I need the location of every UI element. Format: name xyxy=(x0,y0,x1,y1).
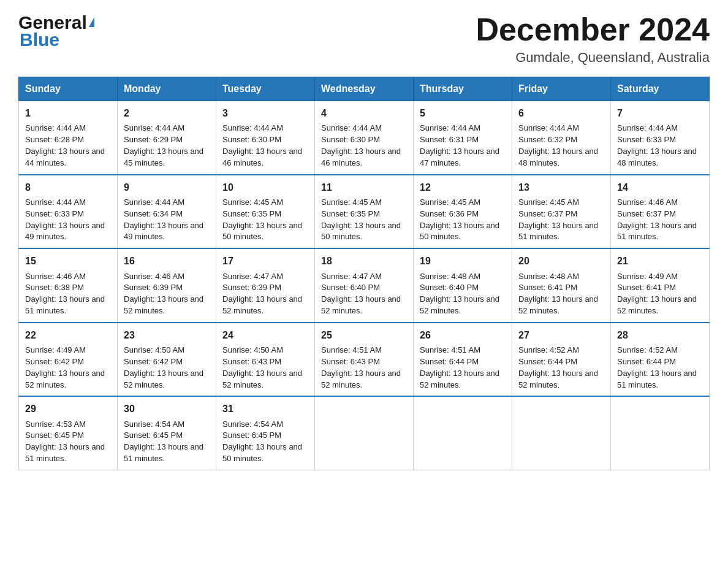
table-row: 28Sunrise: 4:52 AMSunset: 6:44 PMDayligh… xyxy=(611,323,710,397)
daylight-text: Daylight: 13 hours and 49 minutes. xyxy=(124,221,203,242)
table-row: 19Sunrise: 4:48 AMSunset: 6:40 PMDayligh… xyxy=(414,248,512,323)
table-row: 23Sunrise: 4:50 AMSunset: 6:42 PMDayligh… xyxy=(118,323,216,397)
table-row: 17Sunrise: 4:47 AMSunset: 6:39 PMDayligh… xyxy=(216,248,315,323)
sunrise-text: Sunrise: 4:54 AM xyxy=(124,419,184,429)
daylight-text: Daylight: 13 hours and 51 minutes. xyxy=(518,221,598,242)
table-row: 24Sunrise: 4:50 AMSunset: 6:43 PMDayligh… xyxy=(216,323,315,397)
sunset-text: Sunset: 6:45 PM xyxy=(222,431,281,440)
sunset-text: Sunset: 6:40 PM xyxy=(420,283,479,292)
sunset-text: Sunset: 6:29 PM xyxy=(124,135,183,144)
day-number: 19 xyxy=(420,254,506,268)
daylight-text: Daylight: 13 hours and 51 minutes. xyxy=(617,369,697,389)
day-number: 26 xyxy=(420,328,506,342)
day-number: 28 xyxy=(617,328,703,342)
sunset-text: Sunset: 6:40 PM xyxy=(321,283,380,292)
sunrise-text: Sunrise: 4:53 AM xyxy=(25,419,86,429)
day-number: 14 xyxy=(617,180,703,194)
daylight-text: Daylight: 13 hours and 52 minutes. xyxy=(518,369,598,389)
sunset-text: Sunset: 6:42 PM xyxy=(124,357,183,366)
title-area: December 2024 Gumdale, Queensland, Austr… xyxy=(476,12,710,66)
calendar-week-5: 29Sunrise: 4:53 AMSunset: 6:45 PMDayligh… xyxy=(19,396,710,470)
table-row: 2Sunrise: 4:44 AMSunset: 6:29 PMDaylight… xyxy=(118,101,216,175)
calendar-week-3: 15Sunrise: 4:46 AMSunset: 6:38 PMDayligh… xyxy=(19,248,710,323)
sunrise-text: Sunrise: 4:52 AM xyxy=(617,345,678,354)
month-title: December 2024 xyxy=(476,12,710,47)
sunset-text: Sunset: 6:45 PM xyxy=(124,431,183,440)
sunrise-text: Sunrise: 4:52 AM xyxy=(518,345,579,354)
table-row: 3Sunrise: 4:44 AMSunset: 6:30 PMDaylight… xyxy=(216,101,315,175)
table-row: 8Sunrise: 4:44 AMSunset: 6:33 PMDaylight… xyxy=(19,175,118,249)
sunrise-text: Sunrise: 4:44 AM xyxy=(518,123,579,132)
sunset-text: Sunset: 6:39 PM xyxy=(222,283,281,292)
sunset-text: Sunset: 6:38 PM xyxy=(25,283,84,292)
day-number: 29 xyxy=(25,402,111,416)
table-row xyxy=(315,396,414,470)
table-row xyxy=(611,396,710,470)
header-friday: Friday xyxy=(512,77,611,101)
table-row: 14Sunrise: 4:46 AMSunset: 6:37 PMDayligh… xyxy=(611,175,710,249)
daylight-text: Daylight: 13 hours and 51 minutes. xyxy=(25,294,105,315)
daylight-text: Daylight: 13 hours and 52 minutes. xyxy=(222,369,302,389)
sunrise-text: Sunrise: 4:44 AM xyxy=(124,197,184,207)
table-row: 30Sunrise: 4:54 AMSunset: 6:45 PMDayligh… xyxy=(118,396,216,470)
header-monday: Monday xyxy=(118,77,216,101)
sunset-text: Sunset: 6:35 PM xyxy=(222,209,281,218)
table-row: 26Sunrise: 4:51 AMSunset: 6:44 PMDayligh… xyxy=(414,323,512,397)
day-number: 30 xyxy=(124,402,210,416)
sunrise-text: Sunrise: 4:46 AM xyxy=(617,197,678,207)
table-row: 22Sunrise: 4:49 AMSunset: 6:42 PMDayligh… xyxy=(19,323,118,397)
day-number: 8 xyxy=(25,180,111,194)
logo-blue: Blue xyxy=(20,29,59,50)
table-row xyxy=(512,396,611,470)
table-row: 18Sunrise: 4:47 AMSunset: 6:40 PMDayligh… xyxy=(315,248,414,323)
daylight-text: Daylight: 13 hours and 52 minutes. xyxy=(321,369,401,389)
day-number: 27 xyxy=(518,328,604,342)
daylight-text: Daylight: 13 hours and 50 minutes. xyxy=(420,221,499,242)
sunrise-text: Sunrise: 4:44 AM xyxy=(124,123,184,132)
sunrise-text: Sunrise: 4:45 AM xyxy=(518,197,579,207)
sunrise-text: Sunrise: 4:45 AM xyxy=(420,197,480,207)
header-wednesday: Wednesday xyxy=(315,77,414,101)
sunrise-text: Sunrise: 4:49 AM xyxy=(25,345,86,354)
sunrise-text: Sunrise: 4:47 AM xyxy=(222,272,283,281)
table-row: 4Sunrise: 4:44 AMSunset: 6:30 PMDaylight… xyxy=(315,101,414,175)
sunset-text: Sunset: 6:43 PM xyxy=(321,357,380,366)
daylight-text: Daylight: 13 hours and 52 minutes. xyxy=(124,294,203,315)
page-header: General Blue December 2024 Gumdale, Quee… xyxy=(18,12,710,66)
daylight-text: Daylight: 13 hours and 46 minutes. xyxy=(222,147,302,167)
logo-triangle-icon xyxy=(89,17,94,27)
sunrise-text: Sunrise: 4:51 AM xyxy=(420,345,480,354)
sunrise-text: Sunrise: 4:44 AM xyxy=(25,197,86,207)
sunset-text: Sunset: 6:30 PM xyxy=(222,135,281,144)
day-number: 16 xyxy=(124,254,210,268)
sunrise-text: Sunrise: 4:50 AM xyxy=(222,345,283,354)
sunrise-text: Sunrise: 4:46 AM xyxy=(124,272,184,281)
sunset-text: Sunset: 6:41 PM xyxy=(518,283,577,292)
header-saturday: Saturday xyxy=(611,77,710,101)
day-number: 4 xyxy=(321,106,407,120)
table-row: 6Sunrise: 4:44 AMSunset: 6:32 PMDaylight… xyxy=(512,101,611,175)
day-number: 11 xyxy=(321,180,407,194)
table-row: 29Sunrise: 4:53 AMSunset: 6:45 PMDayligh… xyxy=(19,396,118,470)
daylight-text: Daylight: 13 hours and 49 minutes. xyxy=(25,221,105,242)
daylight-text: Daylight: 13 hours and 47 minutes. xyxy=(420,147,499,167)
day-number: 20 xyxy=(518,254,604,268)
daylight-text: Daylight: 13 hours and 50 minutes. xyxy=(222,221,302,242)
sunrise-text: Sunrise: 4:44 AM xyxy=(617,123,678,132)
day-number: 25 xyxy=(321,328,407,342)
table-row: 9Sunrise: 4:44 AMSunset: 6:34 PMDaylight… xyxy=(118,175,216,249)
table-row: 21Sunrise: 4:49 AMSunset: 6:41 PMDayligh… xyxy=(611,248,710,323)
sunset-text: Sunset: 6:33 PM xyxy=(617,135,676,144)
table-row: 20Sunrise: 4:48 AMSunset: 6:41 PMDayligh… xyxy=(512,248,611,323)
day-number: 15 xyxy=(25,254,111,268)
daylight-text: Daylight: 13 hours and 46 minutes. xyxy=(321,147,401,167)
table-row: 31Sunrise: 4:54 AMSunset: 6:45 PMDayligh… xyxy=(216,396,315,470)
table-row: 27Sunrise: 4:52 AMSunset: 6:44 PMDayligh… xyxy=(512,323,611,397)
sunrise-text: Sunrise: 4:48 AM xyxy=(518,272,579,281)
day-number: 31 xyxy=(222,402,308,416)
daylight-text: Daylight: 13 hours and 45 minutes. xyxy=(124,147,203,167)
calendar-table: Sunday Monday Tuesday Wednesday Thursday… xyxy=(18,77,710,470)
sunset-text: Sunset: 6:44 PM xyxy=(617,357,676,366)
daylight-text: Daylight: 13 hours and 51 minutes. xyxy=(25,442,105,463)
sunset-text: Sunset: 6:30 PM xyxy=(321,135,380,144)
